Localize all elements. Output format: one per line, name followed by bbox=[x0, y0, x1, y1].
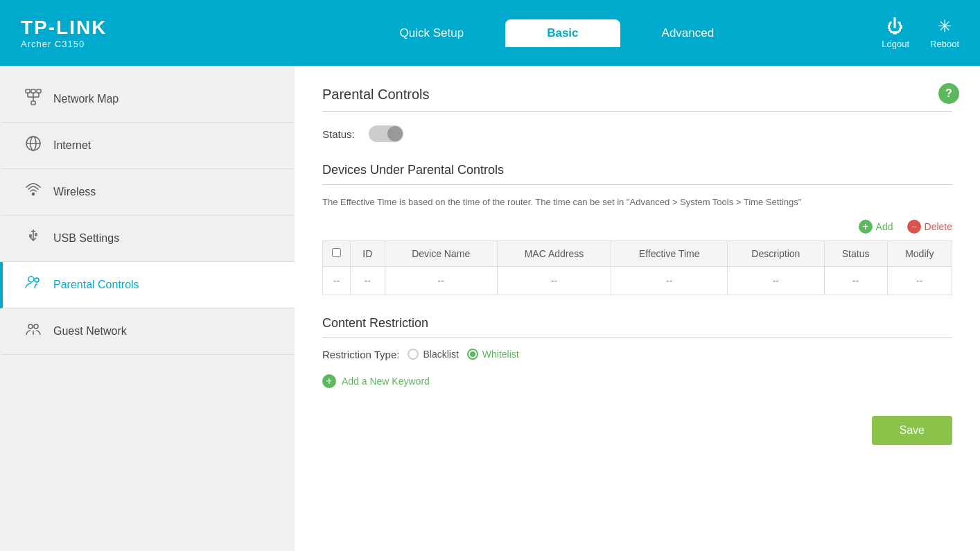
status-label: Status: bbox=[322, 128, 355, 140]
network-map-icon bbox=[24, 89, 43, 110]
row-checkbox-cell: -- bbox=[323, 266, 351, 295]
table-actions: + Add − Delete bbox=[322, 220, 952, 234]
model-name: Archer C3150 bbox=[21, 39, 107, 49]
svg-rect-3 bbox=[31, 101, 35, 105]
sidebar-item-parental-controls[interactable]: Parental Controls bbox=[0, 262, 295, 308]
add-keyword-icon: + bbox=[322, 374, 336, 388]
sidebar-item-wireless[interactable]: Wireless bbox=[0, 169, 295, 216]
whitelist-label: Whitelist bbox=[482, 349, 519, 360]
status-toggle[interactable] bbox=[369, 125, 403, 142]
internet-icon bbox=[24, 135, 43, 156]
blacklist-radio[interactable] bbox=[408, 349, 419, 360]
svg-point-15 bbox=[28, 324, 33, 329]
sidebar-item-guest-network[interactable]: Guest Network bbox=[0, 308, 295, 355]
tab-advanced[interactable]: Advanced bbox=[620, 19, 756, 47]
svg-rect-0 bbox=[26, 89, 30, 93]
svg-point-16 bbox=[34, 324, 38, 329]
brand-name: TP-LINK bbox=[21, 17, 107, 39]
tab-quick-setup[interactable]: Quick Setup bbox=[358, 19, 506, 47]
blacklist-label: Blacklist bbox=[423, 349, 458, 360]
svg-point-14 bbox=[35, 278, 39, 282]
save-area: Save bbox=[322, 416, 952, 445]
row-id: -- bbox=[351, 266, 385, 295]
nav-tabs: Quick Setup Basic Advanced bbox=[231, 19, 882, 47]
add-keyword-label: Add a New Keyword bbox=[342, 376, 430, 387]
logout-label: Logout bbox=[882, 39, 909, 49]
col-mac-address: MAC Address bbox=[497, 240, 611, 266]
svg-point-12 bbox=[33, 193, 35, 195]
col-checkbox bbox=[323, 240, 351, 266]
page-title: Parental Controls bbox=[322, 87, 952, 112]
delete-button[interactable]: − Delete bbox=[907, 220, 952, 234]
blacklist-option[interactable]: Blacklist bbox=[408, 349, 458, 360]
whitelist-radio[interactable] bbox=[467, 349, 478, 360]
sidebar-item-label: Parental Controls bbox=[53, 279, 139, 291]
devices-table: ID Device Name MAC Address Effective Tim… bbox=[322, 240, 952, 295]
col-id: ID bbox=[351, 240, 385, 266]
row-description: -- bbox=[728, 266, 825, 295]
reboot-icon: ✳ bbox=[938, 17, 952, 36]
reboot-button[interactable]: ✳ Reboot bbox=[930, 17, 959, 49]
add-label: Add bbox=[876, 221, 893, 232]
header-actions: ⏻ Logout ✳ Reboot bbox=[882, 17, 959, 49]
row-effective-time: -- bbox=[611, 266, 728, 295]
row-modify: -- bbox=[887, 266, 952, 295]
usb-icon bbox=[24, 228, 43, 249]
sidebar-item-label: Internet bbox=[53, 139, 91, 152]
logout-button[interactable]: ⏻ Logout bbox=[882, 17, 909, 49]
save-button[interactable]: Save bbox=[872, 416, 952, 445]
sidebar-item-network-map[interactable]: Network Map bbox=[0, 76, 295, 123]
parental-controls-icon bbox=[24, 274, 43, 295]
guest-network-icon bbox=[24, 321, 43, 342]
row-mac-address: -- bbox=[497, 266, 611, 295]
col-status: Status bbox=[824, 240, 887, 266]
svg-rect-2 bbox=[37, 89, 41, 93]
select-all-checkbox[interactable] bbox=[332, 248, 341, 257]
add-button[interactable]: + Add bbox=[859, 220, 893, 234]
row-device-name: -- bbox=[385, 266, 497, 295]
header: TP-LINK Archer C3150 Quick Setup Basic A… bbox=[0, 0, 980, 66]
row-status: -- bbox=[824, 266, 887, 295]
svg-rect-1 bbox=[31, 89, 35, 93]
sidebar-item-label: Wireless bbox=[53, 186, 96, 198]
sidebar-item-usb-settings[interactable]: USB Settings bbox=[0, 216, 295, 262]
wireless-icon bbox=[24, 182, 43, 202]
sidebar: Network Map Internet Wire bbox=[0, 66, 295, 551]
add-icon: + bbox=[859, 220, 873, 234]
delete-icon: − bbox=[907, 220, 921, 234]
logo-area: TP-LINK Archer C3150 bbox=[21, 17, 107, 49]
info-text: The Effective Time is based on the time … bbox=[322, 195, 952, 209]
logout-icon: ⏻ bbox=[887, 17, 904, 36]
col-description: Description bbox=[728, 240, 825, 266]
col-modify: Modify bbox=[887, 240, 952, 266]
col-effective-time: Effective Time bbox=[611, 240, 728, 266]
content-area: ? Parental Controls Status: Devices Unde… bbox=[295, 66, 980, 551]
restriction-type-label: Restriction Type: bbox=[322, 349, 399, 360]
toggle-knob bbox=[387, 126, 403, 141]
sidebar-item-internet[interactable]: Internet bbox=[0, 123, 295, 169]
sidebar-item-label: Guest Network bbox=[53, 325, 127, 338]
devices-section-title: Devices Under Parental Controls bbox=[322, 163, 952, 185]
reboot-label: Reboot bbox=[930, 39, 959, 49]
add-keyword-button[interactable]: + Add a New Keyword bbox=[322, 374, 430, 388]
restriction-type-row: Restriction Type: Blacklist Whitelist bbox=[322, 349, 952, 360]
help-button[interactable]: ? bbox=[938, 83, 959, 104]
svg-point-13 bbox=[28, 277, 34, 282]
whitelist-option[interactable]: Whitelist bbox=[467, 349, 519, 360]
status-row: Status: bbox=[322, 125, 952, 142]
restriction-section-title: Content Restriction bbox=[322, 316, 952, 338]
table-row: -- -- -- -- -- -- -- -- bbox=[323, 266, 952, 295]
tab-basic[interactable]: Basic bbox=[505, 19, 620, 47]
main-layout: Network Map Internet Wire bbox=[0, 66, 980, 551]
sidebar-item-label: USB Settings bbox=[53, 232, 119, 245]
sidebar-item-label: Network Map bbox=[53, 93, 119, 105]
col-device-name: Device Name bbox=[385, 240, 497, 266]
delete-label: Delete bbox=[925, 221, 952, 232]
